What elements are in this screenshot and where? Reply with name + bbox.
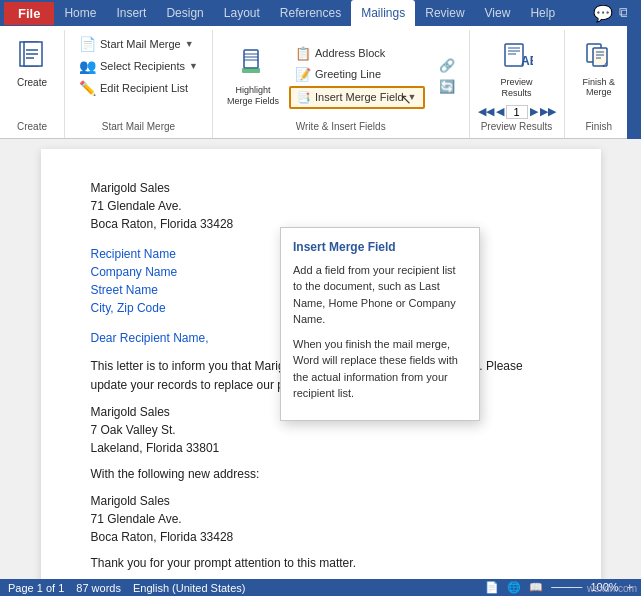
finish-merge-button[interactable]: ✓ Finish &Merge (573, 34, 626, 101)
svg-rect-9 (242, 68, 260, 73)
tooltip-para2: When you finish the mail merge, Word wil… (293, 336, 467, 402)
zoom-slider[interactable]: ──── (551, 581, 582, 594)
group-finish: ✓ Finish &Merge Finish (565, 30, 635, 138)
address-block-label: Address Block (315, 47, 385, 59)
address-block-button[interactable]: 📋 Address Block (289, 44, 425, 63)
watermark: wsxdn.com (587, 583, 637, 594)
file-tab[interactable]: File (4, 2, 54, 25)
ribbon: Create Create 📄 Start Mail Merge ▼ 👥 Sel… (0, 26, 641, 139)
match-fields-button[interactable]: 🔗 (433, 56, 461, 75)
page-count: Page 1 of 1 (8, 582, 64, 594)
group-preview: ABC PreviewResults ◀◀ ◀ ▶ ▶▶ Preview Res… (470, 30, 565, 138)
prev-record-icon[interactable]: ◀◀ (478, 105, 494, 118)
next-record-icon[interactable]: ▶▶ (540, 105, 556, 118)
insert-merge-field-button[interactable]: 📑 Insert Merge Field ↖ ▼ (289, 86, 425, 109)
sender-address: Marigold Sales 71 Glendale Ave. Boca Rat… (91, 179, 551, 233)
highlight-icon (238, 46, 268, 83)
preview-icon: ABC (501, 38, 533, 77)
status-left: Page 1 of 1 87 words English (United Sta… (8, 582, 245, 594)
highlight-button[interactable]: HighlightMerge Fields (221, 42, 285, 111)
paragraph-3: Thank you for your prompt attention to t… (91, 554, 551, 573)
tooltip-para1: Add a field from your recipient list to … (293, 262, 467, 328)
tab-home[interactable]: Home (54, 0, 106, 26)
tab-view[interactable]: View (475, 0, 521, 26)
status-bar: Page 1 of 1 87 words English (United Sta… (0, 579, 641, 596)
new-addr-city: Boca Raton, Florida 33428 (91, 528, 551, 546)
insert-merge-field-label-wrap: Insert Merge Field ↖ (315, 91, 404, 103)
update-labels-button[interactable]: 🔄 (433, 77, 461, 96)
finish-label: Finish &Merge (583, 77, 616, 97)
preview-results-button[interactable]: ABC PreviewResults (493, 34, 541, 103)
edit-recipients-icon: ✏️ (79, 80, 96, 96)
create-label: Create (17, 77, 47, 88)
finish-group-label: Finish (585, 119, 612, 134)
svg-text:ABC: ABC (521, 54, 533, 68)
old-addr-city: Lakeland, Florida 33801 (91, 439, 551, 457)
tab-insert[interactable]: Insert (106, 0, 156, 26)
preview-group-label: Preview Results (481, 119, 553, 134)
greeting-line-label: Greeting Line (315, 68, 381, 80)
create-group-label: Create (17, 119, 47, 134)
tab-design[interactable]: Design (156, 0, 213, 26)
write-insert-group-label: Write & Insert Fields (296, 119, 386, 134)
select-recipients-icon: 👥 (79, 58, 96, 74)
insert-merge-field-label: Insert Merge Field (315, 91, 404, 103)
svg-text:✓: ✓ (601, 59, 609, 70)
svg-rect-5 (244, 50, 258, 68)
finish-icon: ✓ (583, 38, 615, 77)
start-mail-merge-buttons: 📄 Start Mail Merge ▼ 👥 Select Recipients… (73, 34, 204, 98)
view-read-icon[interactable]: 📖 (529, 581, 543, 594)
insert-merge-dropdown[interactable]: ▼ (408, 92, 417, 102)
tooltip-title: Insert Merge Field (293, 238, 467, 256)
new-addr-street: 71 Glendale Ave. (91, 510, 551, 528)
insert-merge-field-tooltip: Insert Merge Field Add a field from your… (280, 227, 480, 421)
group-start-mail-merge: 📄 Start Mail Merge ▼ 👥 Select Recipients… (65, 30, 213, 138)
edit-recipient-list-button[interactable]: ✏️ Edit Recipient List (73, 78, 204, 98)
record-number-input[interactable] (506, 105, 528, 119)
greeting-line-button[interactable]: 📝 Greeting Line (289, 65, 425, 84)
start-merge-dropdown[interactable]: ▼ (185, 39, 194, 49)
greeting-line-icon: 📝 (295, 67, 311, 82)
paragraph-2: With the following new address: (91, 465, 551, 484)
prev-nav-icon[interactable]: ◀ (496, 105, 504, 118)
tab-row: File Home Insert Design Layout Reference… (0, 0, 641, 26)
match-fields-icon: 🔗 (439, 58, 455, 73)
word-count: 87 words (76, 582, 121, 594)
tab-references[interactable]: References (270, 0, 351, 26)
edit-recipient-label: Edit Recipient List (100, 82, 188, 94)
start-mail-merge-button[interactable]: 📄 Start Mail Merge ▼ (73, 34, 204, 54)
group-write-insert: HighlightMerge Fields 📋 Address Block 📝 … (213, 30, 470, 138)
new-addr-name: Marigold Sales (91, 492, 551, 510)
address-block-icon: 📋 (295, 46, 311, 61)
select-recipients-dropdown[interactable]: ▼ (189, 61, 198, 71)
ribbon-container: File Home Insert Design Layout Reference… (0, 0, 641, 139)
language: English (United States) (133, 582, 246, 594)
group-create: Create Create (0, 30, 65, 138)
tab-layout[interactable]: Layout (214, 0, 270, 26)
next-nav-icon[interactable]: ▶ (530, 105, 538, 118)
start-merge-label: Start Mail Merge (100, 38, 181, 50)
select-recipients-button[interactable]: 👥 Select Recipients ▼ (73, 56, 204, 76)
tab-review[interactable]: Review (415, 0, 474, 26)
view-web-icon[interactable]: 🌐 (507, 581, 521, 594)
view-print-icon[interactable]: 📄 (485, 581, 499, 594)
preview-label: PreviewResults (501, 77, 533, 99)
old-addr-street: 7 Oak Valley St. (91, 421, 551, 439)
tab-help[interactable]: Help (520, 0, 565, 26)
sender-street: 71 Glendale Ave. (91, 197, 551, 215)
new-address: Marigold Sales 71 Glendale Ave. Boca Rat… (91, 492, 551, 546)
tab-mailings[interactable]: Mailings (351, 0, 415, 26)
create-button[interactable]: Create (8, 34, 56, 92)
comment-icon[interactable]: 💬 (593, 4, 613, 23)
document-area: Insert Merge Field Add a field from your… (0, 139, 641, 596)
start-merge-icon: 📄 (79, 36, 96, 52)
sender-name: Marigold Sales (91, 179, 551, 197)
highlight-label: HighlightMerge Fields (227, 85, 279, 107)
insert-merge-field-icon: 📑 (297, 91, 311, 104)
start-mail-merge-group-label: Start Mail Merge (102, 119, 175, 134)
create-icon (16, 38, 48, 77)
select-recipients-label: Select Recipients (100, 60, 185, 72)
update-labels-icon: 🔄 (439, 79, 455, 94)
